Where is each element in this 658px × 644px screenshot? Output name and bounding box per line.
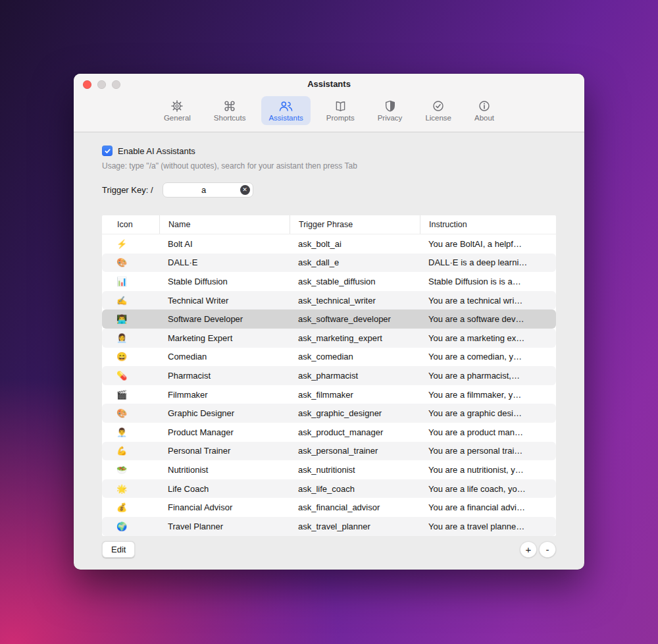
- trigger-key-input[interactable]: [163, 182, 253, 198]
- tab-label: General: [164, 114, 191, 122]
- close-button[interactable]: [83, 80, 91, 89]
- minimize-button[interactable]: [97, 80, 106, 89]
- header-name[interactable]: Name: [159, 215, 290, 234]
- table-row[interactable]: 😄Comedianask_comedianYou are a comedian,…: [102, 348, 556, 367]
- row-icon: 💊: [102, 371, 159, 381]
- row-instruction: You are a marketing ex…: [420, 333, 556, 343]
- enable-ai-assistants-row: Enable AI Assistants: [102, 146, 556, 156]
- row-instruction: You are BoltAI, a helpf…: [420, 239, 556, 249]
- row-name: Life Coach: [159, 484, 290, 494]
- table-row[interactable]: 💊Pharmacistask_pharmacistYou are a pharm…: [102, 366, 556, 385]
- table-row[interactable]: 🥗Nutritionistask_nutritionistYou are a n…: [102, 460, 556, 479]
- row-name: Technical Writer: [159, 296, 290, 306]
- header-instruction[interactable]: Instruction: [420, 215, 556, 234]
- row-instruction: DALL·E is a deep learni…: [420, 257, 556, 267]
- tab-privacy[interactable]: Privacy: [370, 96, 410, 125]
- tab-license[interactable]: License: [418, 96, 459, 125]
- trigger-key-field-wrap: ✕: [163, 182, 253, 198]
- row-name: Filmmaker: [159, 390, 290, 400]
- row-instruction: You are a graphic desi…: [420, 408, 556, 418]
- tab-label: Prompts: [326, 114, 355, 122]
- toolbar: GeneralShortcutsAssistantsPromptsPrivacy…: [74, 94, 584, 132]
- window-titlebar: Assistants: [74, 74, 584, 94]
- row-icon: 🎬: [102, 390, 159, 400]
- row-name: Travel Planner: [159, 522, 290, 531]
- row-instruction: You are a product man…: [420, 427, 556, 437]
- add-assistant-button[interactable]: +: [520, 541, 537, 558]
- tab-label: Privacy: [378, 114, 403, 122]
- tab-general[interactable]: General: [157, 96, 198, 125]
- zoom-button[interactable]: [112, 80, 120, 89]
- table-row[interactable]: 👨‍💻Software Developerask_software_develo…: [102, 309, 556, 329]
- row-instruction: You are a financial advi…: [420, 502, 556, 512]
- table-row[interactable]: 💪Personal Trainerask_personal_trainerYou…: [102, 442, 556, 461]
- assistants-pane: Enable AI Assistants Usage: type "/a" (w…: [74, 146, 584, 558]
- tab-label: Shortcuts: [214, 114, 246, 122]
- assistants-table: Icon Name Trigger Phrase Instruction ⚡Bo…: [102, 215, 556, 536]
- row-name: Comedian: [159, 352, 290, 362]
- table-row[interactable]: 🌍Travel Plannerask_travel_plannerYou are…: [102, 517, 556, 536]
- row-instruction: Stable Diffusion is is a…: [420, 277, 556, 286]
- row-trigger-phrase: ask_pharmacist: [290, 371, 420, 381]
- table-body: ⚡Bolt AIask_bolt_aiYou are BoltAI, a hel…: [102, 234, 556, 536]
- trigger-key-row: Trigger Key: / ✕: [102, 182, 556, 198]
- row-icon: 🎨: [102, 257, 159, 267]
- row-name: Stable Diffusion: [159, 277, 290, 286]
- tab-assistants[interactable]: Assistants: [261, 96, 310, 125]
- row-trigger-phrase: ask_product_manager: [290, 427, 420, 437]
- clear-field-icon[interactable]: ✕: [240, 185, 250, 195]
- row-icon: 💰: [102, 502, 159, 512]
- tab-prompts[interactable]: Prompts: [319, 96, 362, 125]
- row-trigger-phrase: ask_marketing_expert: [290, 333, 420, 343]
- row-name: Marketing Expert: [159, 333, 290, 343]
- row-trigger-phrase: ask_filmmaker: [290, 390, 420, 400]
- row-trigger-phrase: ask_bolt_ai: [290, 239, 420, 249]
- table-row[interactable]: 📊Stable Diffusionask_stable_diffusionSta…: [102, 272, 556, 291]
- tab-shortcuts[interactable]: Shortcuts: [207, 96, 253, 125]
- row-trigger-phrase: ask_life_coach: [290, 484, 420, 494]
- table-row[interactable]: ⚡Bolt AIask_bolt_aiYou are BoltAI, a hel…: [102, 234, 556, 254]
- row-icon: 💪: [102, 446, 159, 456]
- table-row[interactable]: 🎨DALL·Eask_dall_eDALL·E is a deep learni…: [102, 254, 556, 273]
- gear-icon: [171, 99, 183, 113]
- trigger-key-label: Trigger Key: /: [102, 185, 153, 195]
- header-icon[interactable]: Icon: [102, 215, 159, 234]
- table-row[interactable]: 👨‍💼Product Managerask_product_managerYou…: [102, 423, 556, 442]
- edit-button[interactable]: Edit: [102, 541, 135, 558]
- row-trigger-phrase: ask_stable_diffusion: [290, 277, 420, 286]
- table-row[interactable]: 💰Financial Advisorask_financial_advisorY…: [102, 498, 556, 517]
- tab-label: Assistants: [268, 114, 303, 122]
- table-row[interactable]: 🌟Life Coachask_life_coachYou are a life …: [102, 479, 556, 498]
- row-icon: 📊: [102, 277, 159, 286]
- row-name: Product Manager: [159, 427, 290, 437]
- row-instruction: You are a nutritionist, y…: [420, 465, 556, 475]
- table-row[interactable]: ✍️Technical Writerask_technical_writerYo…: [102, 291, 556, 310]
- table-row[interactable]: 👩‍💼Marketing Expertask_marketing_expertY…: [102, 329, 556, 348]
- row-name: Nutritionist: [159, 465, 290, 475]
- tab-label: About: [474, 114, 494, 122]
- row-icon: 🥗: [102, 465, 159, 475]
- header-trigger-phrase[interactable]: Trigger Phrase: [290, 215, 420, 234]
- table-row[interactable]: 🎨Graphic Designerask_graphic_designerYou…: [102, 404, 556, 423]
- table-row[interactable]: 🎬Filmmakerask_filmmakerYou are a filmmak…: [102, 385, 556, 404]
- row-icon: ⚡: [102, 239, 159, 249]
- shield-icon: [385, 99, 395, 113]
- checkmark-icon: [104, 148, 111, 155]
- command-icon: [224, 99, 236, 113]
- row-trigger-phrase: ask_financial_advisor: [290, 502, 420, 512]
- row-instruction: You are a technical wri…: [420, 296, 556, 306]
- row-instruction: You are a personal trai…: [420, 446, 556, 456]
- row-trigger-phrase: ask_nutritionist: [290, 465, 420, 475]
- remove-assistant-button[interactable]: -: [539, 541, 556, 558]
- row-instruction: You are a software dev…: [420, 314, 556, 324]
- row-trigger-phrase: ask_dall_e: [290, 257, 420, 267]
- enable-ai-assistants-label: Enable AI Assistants: [118, 146, 195, 156]
- row-name: Bolt AI: [159, 239, 290, 249]
- row-trigger-phrase: ask_personal_trainer: [290, 446, 420, 456]
- row-icon: 👨‍💻: [102, 314, 159, 324]
- traffic-lights: [83, 80, 120, 89]
- row-trigger-phrase: ask_software_developer: [290, 314, 420, 324]
- tab-about[interactable]: About: [467, 96, 501, 125]
- enable-ai-assistants-checkbox[interactable]: [102, 146, 113, 156]
- row-icon: ✍️: [102, 296, 159, 306]
